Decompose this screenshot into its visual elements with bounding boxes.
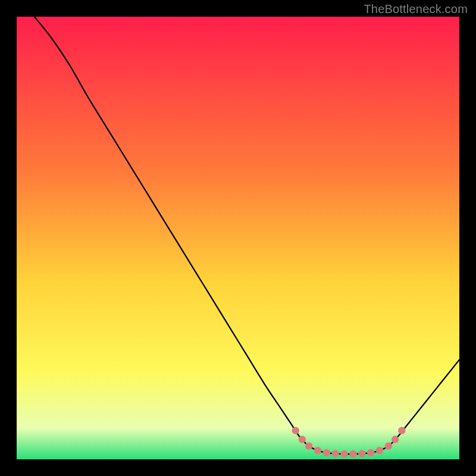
data-marker	[299, 436, 306, 443]
data-marker	[392, 436, 399, 443]
data-marker	[358, 450, 365, 457]
gradient-background	[17, 17, 459, 459]
data-marker	[340, 450, 347, 458]
data-marker	[398, 427, 405, 434]
data-marker	[323, 449, 330, 456]
data-marker	[376, 447, 383, 454]
data-marker	[305, 442, 312, 449]
chart-container: TheBottleneck.com	[0, 0, 476, 476]
data-marker	[349, 450, 356, 458]
data-marker	[331, 450, 339, 457]
chart-svg	[17, 17, 459, 459]
plot-area	[17, 17, 459, 459]
data-marker	[385, 442, 392, 449]
attribution-text: TheBottleneck.com	[364, 2, 468, 16]
data-marker	[292, 427, 299, 434]
data-marker	[367, 449, 374, 456]
data-marker	[314, 447, 321, 454]
